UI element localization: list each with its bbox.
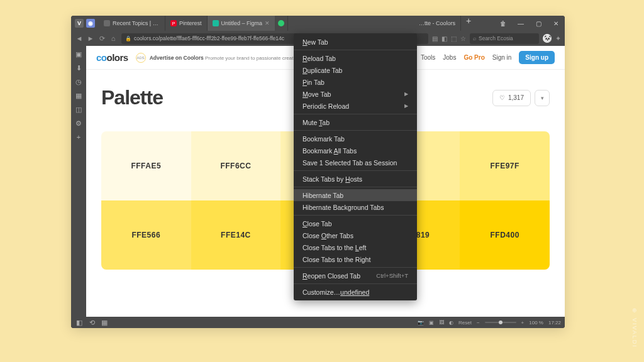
menu-item[interactable]: Bookmark All Tabs: [294, 145, 417, 156]
add-panel-icon[interactable]: +: [74, 133, 83, 141]
vivaldi-icon[interactable]: V: [75, 19, 84, 28]
menu-item[interactable]: Reload Tab: [294, 52, 417, 64]
tiling-icon[interactable]: ▣: [429, 320, 434, 326]
close-icon[interactable]: ✕: [265, 20, 270, 26]
page-title: Palette: [101, 86, 163, 109]
settings-panel-icon[interactable]: ⚙: [74, 119, 83, 128]
trash-icon[interactable]: 🗑: [494, 16, 512, 31]
window-panel-icon[interactable]: ◫: [74, 105, 83, 114]
discord-icon[interactable]: ◉: [86, 19, 95, 28]
zoom-out-icon[interactable]: −: [477, 320, 480, 326]
nav-jobs[interactable]: Jobs: [443, 54, 456, 61]
panel-toggle-icon[interactable]: ◧: [75, 318, 84, 327]
history-panel-icon[interactable]: ◷: [74, 77, 83, 86]
menu-item[interactable]: Close Tabs to the Left: [294, 241, 417, 253]
forward-button[interactable]: ►: [86, 35, 95, 43]
search-placeholder: Search Ecosia: [479, 35, 513, 41]
menu-separator: [294, 130, 417, 131]
titlebar: V ◉ Recent Topics | Vivaldi Foru… P Pint…: [71, 16, 565, 31]
menu-shortcut: Ctrl+Shift+T: [376, 272, 408, 279]
reader-icon[interactable]: ▤: [432, 35, 438, 42]
capture-icon[interactable]: ⬚: [451, 35, 457, 42]
menu-item[interactable]: Close Tab: [294, 217, 417, 229]
menu-separator: [294, 267, 417, 268]
vivaldi-watermark: ⊕VIVALDI: [631, 308, 638, 348]
images-icon[interactable]: 🖼: [439, 320, 444, 326]
bookmark-icon[interactable]: ☆: [460, 35, 466, 42]
dev-icon[interactable]: ▦: [100, 318, 109, 327]
signup-button[interactable]: Sign up: [519, 51, 555, 64]
menu-separator: [294, 215, 417, 216]
color-swatch[interactable]: FFD400: [460, 200, 550, 270]
chevron-down-icon: ▾: [541, 95, 544, 101]
notes-panel-icon[interactable]: ▦: [74, 91, 83, 100]
favicon-icon: [278, 20, 284, 26]
tab-green[interactable]: [275, 16, 288, 31]
zoom-in-icon[interactable]: +: [521, 320, 525, 326]
menu-item[interactable]: New Tab: [294, 36, 417, 48]
menu-separator: [294, 283, 417, 284]
home-button[interactable]: ⌂: [109, 35, 118, 43]
zoom-level: 100 %: [529, 320, 543, 326]
tab-pinterest[interactable]: P Pinterest: [165, 16, 208, 31]
menu-item[interactable]: Mute Tab: [294, 116, 417, 128]
bookmarks-panel-icon[interactable]: ▣: [74, 50, 83, 58]
profile-avatar[interactable]: 🐼: [543, 34, 552, 43]
menu-item[interactable]: Hibernate Tab: [294, 189, 417, 201]
menu-item[interactable]: Save 1 Selected Tab as Session: [294, 156, 417, 168]
like-button[interactable]: ♡ 1,317: [492, 90, 531, 106]
menu-separator: [294, 187, 417, 187]
minimize-button[interactable]: —: [512, 16, 530, 31]
color-swatch[interactable]: FFE14C: [191, 200, 281, 270]
menu-item[interactable]: Pin Tab: [294, 76, 417, 88]
menu-item[interactable]: Hibernate Background Tabs: [294, 201, 417, 213]
menu-item[interactable]: Periodic Reload▶: [294, 100, 417, 112]
tab-figma[interactable]: Untitled – Figma ✕: [208, 16, 276, 31]
back-button[interactable]: ◄: [75, 35, 84, 43]
break-icon[interactable]: ◐: [449, 320, 453, 326]
heart-icon: ♡: [499, 94, 505, 101]
menu-item[interactable]: Duplicate Tab: [294, 64, 417, 76]
more-button[interactable]: ▾: [535, 90, 550, 106]
pinterest-icon: P: [170, 20, 177, 26]
maximize-button[interactable]: ▢: [530, 16, 547, 31]
zoom-reset[interactable]: Reset: [458, 320, 472, 326]
nav-gopro[interactable]: Go Pro: [464, 54, 484, 61]
lock-icon: 🔒: [125, 36, 131, 41]
submenu-arrow-icon: ▶: [404, 103, 408, 109]
like-count: 1,317: [508, 94, 524, 101]
favicon-icon: [104, 20, 110, 26]
sync-icon[interactable]: ⟲: [87, 318, 96, 327]
reload-button[interactable]: ⟳: [97, 35, 106, 43]
downloads-panel-icon[interactable]: ⬇: [74, 63, 83, 72]
tab-vivaldi-forum[interactable]: Recent Topics | Vivaldi Foru…: [99, 16, 165, 31]
menu-item[interactable]: Bookmark Tab: [294, 133, 417, 145]
close-window-button[interactable]: ✕: [547, 16, 565, 31]
menu-item[interactable]: Stack Tabs by Hosts: [294, 173, 417, 185]
nav-tools[interactable]: Tools: [421, 54, 435, 61]
clock: 17:22: [548, 320, 561, 326]
color-swatch[interactable]: FFE566: [101, 200, 191, 270]
color-swatch[interactable]: FFFAE5: [101, 131, 191, 200]
extensions-icon[interactable]: ✦: [555, 35, 561, 43]
nav-signin[interactable]: Sign in: [492, 54, 512, 61]
menu-separator: [294, 170, 417, 171]
panel-sidebar: ▣ ⬇ ◷ ▦ ◫ ⚙ +: [71, 46, 86, 317]
tab-label: Untitled – Figma: [221, 20, 263, 26]
capture-icon[interactable]: 📷: [418, 320, 424, 326]
color-swatch[interactable]: FFE97F: [460, 131, 550, 200]
menu-item[interactable]: Close Other Tabs: [294, 229, 417, 241]
coolors-logo[interactable]: coolors: [96, 52, 128, 63]
zoom-slider[interactable]: [485, 322, 516, 323]
menu-item[interactable]: Move Tab▶: [294, 88, 417, 100]
menu-item[interactable]: Reopen Closed TabCtrl+Shift+T: [294, 270, 417, 282]
color-swatch[interactable]: FFF6CC: [191, 131, 281, 200]
search-box[interactable]: ⌕ Search Ecosia: [470, 33, 539, 44]
menu-item[interactable]: Customize…undefined: [294, 286, 417, 298]
tab-context-menu: New TabReload TabDuplicate TabPin TabMov…: [294, 33, 417, 300]
menu-item[interactable]: Close Tabs to the Right: [294, 253, 417, 265]
translate-icon[interactable]: ◧: [441, 35, 447, 42]
new-tab-button[interactable]: +: [464, 16, 474, 26]
promo-title: Advertise on Coolors: [150, 55, 204, 61]
tab-coolors[interactable]: …tte - Coolors: [414, 16, 461, 31]
